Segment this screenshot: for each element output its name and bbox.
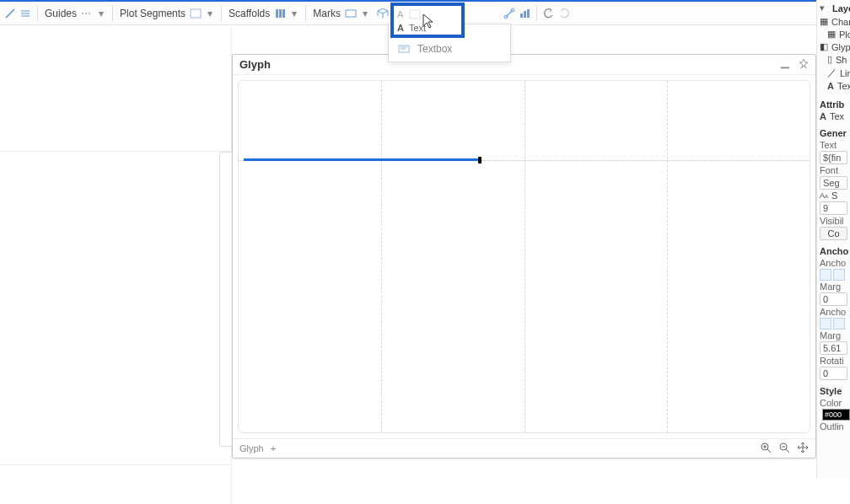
text-option-label[interactable]: Text: [409, 23, 426, 33]
text-icon: A: [827, 81, 834, 91]
svg-rect-9: [346, 10, 356, 17]
svg-rect-19: [410, 10, 420, 19]
anchor-left-icon[interactable]: [820, 269, 831, 281]
glyph-window: Glyph ⚊ Glyph +: [232, 54, 816, 458]
list-tool-icon[interactable]: [19, 7, 32, 20]
anchor-middle-icon[interactable]: [833, 318, 845, 330]
textbox-icon: [397, 42, 411, 56]
text-a-icon: A: [397, 23, 404, 33]
rotation-input[interactable]: [820, 367, 847, 380]
glyph-bar-mark[interactable]: [244, 158, 480, 161]
marks-group[interactable]: Marks ▾: [311, 7, 371, 20]
image-icon: [408, 8, 422, 21]
layers-label: Layers: [830, 1, 850, 14]
font-size-a-icon[interactable]: AA: [820, 191, 828, 200]
right-panel: ▾ Layers ▦ Chart ▦ Plo ◧ Glyph ▯ Sh ／ Li…: [816, 0, 850, 479]
zoom-in-icon[interactable]: [760, 442, 772, 455]
visibility-label: Visibil: [817, 215, 850, 227]
glyph-label: Glyph: [831, 42, 850, 52]
add-glyph-button[interactable]: +: [271, 443, 276, 453]
link-tool-icon[interactable]: [503, 7, 516, 20]
style-header: Style: [817, 383, 850, 397]
margin-y-input[interactable]: [820, 341, 847, 355]
chevron-down-icon: ▾: [206, 9, 214, 18]
text-popup-highlight: A A Text: [390, 3, 465, 38]
anchor-top-icon[interactable]: [820, 318, 831, 330]
left-mid-region: [0, 152, 231, 465]
redo-icon[interactable]: [557, 7, 571, 20]
toolbar-divider: [112, 5, 113, 22]
text-prop-label: Text: [817, 139, 850, 151]
anchor-x-label: Ancho: [817, 257, 850, 269]
chart-tool-icon[interactable]: [518, 7, 531, 20]
attributes-header: Attrib: [817, 97, 850, 110]
anchor-x-icons[interactable]: [817, 269, 850, 281]
color-swatch[interactable]: #000: [822, 409, 850, 421]
svg-rect-16: [520, 13, 523, 18]
layer-glyph[interactable]: ◧ Glyph: [817, 40, 850, 53]
marks-label: Marks: [313, 8, 341, 19]
marks-icon: [344, 7, 358, 20]
line-tool-icon[interactable]: [3, 7, 17, 20]
anchor-y-icons[interactable]: [817, 318, 850, 330]
glyph-tab-label[interactable]: Glyph: [239, 443, 264, 453]
grid-icon: ▦: [827, 29, 836, 40]
layer-text[interactable]: A Tex: [817, 80, 850, 92]
layer-plot[interactable]: ▦ Plo: [817, 28, 850, 40]
anchor-center-icon[interactable]: [833, 269, 845, 281]
cube-tool-icon[interactable]: [376, 7, 390, 20]
svg-rect-5: [191, 9, 201, 18]
glyph-canvas[interactable]: [238, 80, 810, 433]
minimize-icon[interactable]: ⚊: [780, 58, 790, 71]
tex-label: Tex: [837, 81, 850, 91]
layer-shape[interactable]: ▯ Sh: [817, 53, 850, 66]
line-icon: ／: [827, 67, 837, 79]
rotation-label: Rotati: [817, 355, 850, 367]
outline-label: Outlin: [817, 421, 850, 432]
fit-icon[interactable]: [797, 442, 809, 455]
text-a-icon: A: [820, 111, 826, 121]
toolbar-divider: [536, 5, 537, 22]
textbox-option[interactable]: Textbox: [389, 40, 510, 58]
chevron-down-icon: ▾: [290, 9, 299, 18]
svg-marker-10: [378, 8, 388, 13]
general-header: Gener: [817, 126, 850, 139]
font-input[interactable]: [820, 176, 847, 190]
anchor-y-label: Ancho: [817, 306, 850, 318]
color-value: #000: [825, 410, 842, 419]
textbox-option-label: Textbox: [417, 43, 452, 55]
svg-line-0: [6, 9, 14, 18]
guide-vline: [667, 81, 668, 432]
lin-label: Lin: [840, 68, 850, 78]
plot-segments-group[interactable]: Plot Segments ▾: [118, 7, 216, 20]
svg-line-28: [786, 449, 789, 453]
scaffolds-group[interactable]: Scaffolds ▾: [227, 7, 300, 20]
layer-line[interactable]: ／ Lin: [817, 66, 850, 80]
text-input[interactable]: [820, 151, 847, 164]
margin-x-input[interactable]: [820, 292, 847, 306]
font-s-label: S: [831, 190, 837, 201]
glyph-handle[interactable]: [478, 157, 481, 164]
shape-icon: ▯: [827, 54, 832, 65]
left-bottom-region: [0, 465, 231, 504]
zoom-out-icon[interactable]: [778, 442, 790, 455]
plot-segments-icon: [189, 7, 202, 20]
svg-rect-7: [279, 9, 282, 18]
pin-icon[interactable]: [799, 58, 809, 71]
attr-text-item[interactable]: A Tex: [817, 110, 850, 122]
glyph-icon: ◧: [820, 41, 828, 52]
left-pane: [0, 25, 232, 504]
guides-icon: [80, 7, 94, 20]
visibility-button[interactable]: Co: [820, 227, 847, 240]
undo-icon[interactable]: [542, 7, 556, 20]
scaffolds-label: Scaffolds: [229, 8, 270, 19]
font-size-input[interactable]: [820, 201, 847, 215]
guides-group[interactable]: Guides ▾: [43, 7, 107, 20]
margin-x-label: Marg: [817, 281, 850, 292]
svg-rect-18: [527, 9, 530, 18]
layer-chart[interactable]: ▦ Chart: [817, 15, 850, 28]
svg-rect-6: [276, 9, 278, 18]
font-prop-label: Font: [817, 164, 850, 176]
left-top-region: [0, 25, 231, 152]
layers-section-header[interactable]: ▾ Layers: [817, 0, 850, 15]
